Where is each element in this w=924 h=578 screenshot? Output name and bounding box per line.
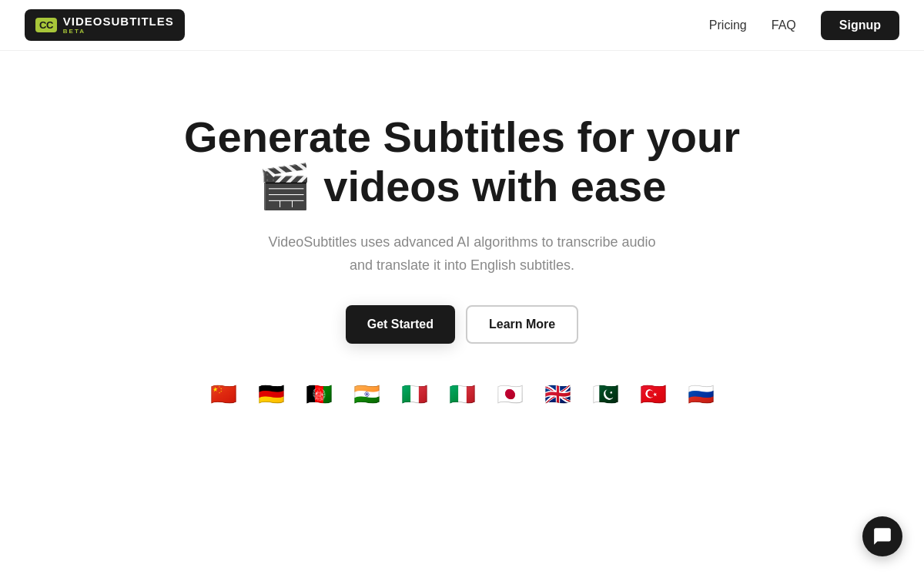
logo-beta-badge: BETA xyxy=(63,29,174,35)
flag-item: 🇹🇷 xyxy=(632,381,674,408)
navbar: CC VIDEOSUBTITLES BETA Pricing FAQ Signu… xyxy=(0,0,924,51)
nav-faq-link[interactable]: FAQ xyxy=(772,18,796,32)
flag-item: 🇬🇧 xyxy=(537,381,578,408)
hero-title-line1: Generate Subtitles for your xyxy=(184,113,740,161)
flag-item: 🇩🇪 xyxy=(250,381,292,408)
signup-button[interactable]: Signup xyxy=(821,11,899,40)
hero-title-line2: videos with ease xyxy=(323,162,666,210)
nav-links: Pricing FAQ Signup xyxy=(709,11,899,40)
flag-item: 🇮🇹 xyxy=(393,381,435,408)
flag-item: 🇮🇹 xyxy=(441,381,483,408)
get-started-button[interactable]: Get Started xyxy=(346,305,455,344)
hero-buttons: Get Started Learn More xyxy=(346,305,579,344)
flag-item: 🇯🇵 xyxy=(489,381,531,408)
logo[interactable]: CC VIDEOSUBTITLES BETA xyxy=(25,9,185,41)
chat-icon xyxy=(872,526,892,546)
flag-item: 🇨🇳 xyxy=(203,381,244,408)
hero-section: Generate Subtitles for your 🎬 videos wit… xyxy=(0,51,924,439)
chat-bubble-button[interactable] xyxy=(862,516,902,556)
logo-title: VIDEOSUBTITLES xyxy=(63,15,174,27)
hero-title: Generate Subtitles for your 🎬 videos wit… xyxy=(184,113,740,212)
nav-pricing-link[interactable]: Pricing xyxy=(709,18,747,32)
hero-title-icon: 🎬 xyxy=(258,162,324,210)
hero-subtitle: VideoSubtitles uses advanced AI algorith… xyxy=(262,230,662,277)
flag-item: 🇵🇰 xyxy=(584,381,626,408)
logo-text: VIDEOSUBTITLES BETA xyxy=(63,15,174,35)
flag-item: 🇦🇫 xyxy=(298,381,340,408)
flags-container: 🇨🇳🇩🇪🇦🇫🇮🇳🇮🇹🇮🇹🇯🇵🇬🇧🇵🇰🇹🇷🇷🇺 xyxy=(203,381,721,408)
logo-cc-badge: CC xyxy=(35,18,57,32)
flag-item: 🇷🇺 xyxy=(680,381,721,408)
flag-item: 🇮🇳 xyxy=(346,381,387,408)
learn-more-button[interactable]: Learn More xyxy=(466,305,578,344)
